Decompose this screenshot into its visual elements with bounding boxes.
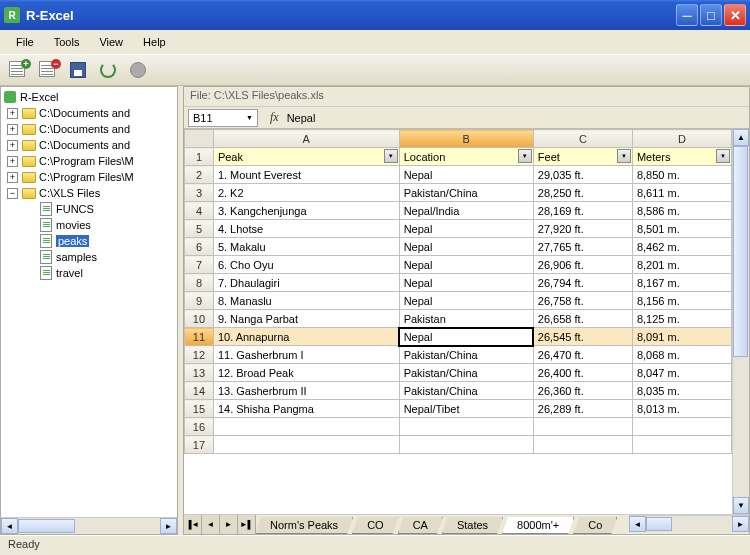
- cell[interactable]: 7. Dhaulagiri: [213, 274, 399, 292]
- cell[interactable]: 12. Broad Peak: [213, 364, 399, 382]
- cell[interactable]: 28,250 ft.: [533, 184, 632, 202]
- cell[interactable]: 8,013 m.: [632, 400, 731, 418]
- cell[interactable]: Pakistan/China: [399, 382, 533, 400]
- tree-folder[interactable]: +C:\Documents and: [3, 121, 175, 137]
- cell[interactable]: 8,462 m.: [632, 238, 731, 256]
- tree-file[interactable]: movies: [3, 217, 175, 233]
- tab-nav-next[interactable]: ►: [220, 515, 238, 534]
- cell[interactable]: 8,125 m.: [632, 310, 731, 328]
- minimize-button[interactable]: ─: [676, 4, 698, 26]
- record-button[interactable]: [126, 58, 150, 82]
- cell[interactable]: 26,758 ft.: [533, 292, 632, 310]
- cell[interactable]: 26,470 ft.: [533, 346, 632, 364]
- filter-dropdown-icon[interactable]: ▼: [716, 149, 730, 163]
- filter-dropdown-icon[interactable]: ▼: [384, 149, 398, 163]
- menu-file[interactable]: File: [8, 33, 42, 51]
- cell[interactable]: 11. Gasherbrum I: [213, 346, 399, 364]
- menu-tools[interactable]: Tools: [46, 33, 88, 51]
- cell[interactable]: 8,047 m.: [632, 364, 731, 382]
- cell[interactable]: 26,400 ft.: [533, 364, 632, 382]
- maximize-button[interactable]: □: [700, 4, 722, 26]
- cell[interactable]: Peak▼: [213, 148, 399, 166]
- remove-sheet-button[interactable]: −: [36, 58, 60, 82]
- cell[interactable]: [213, 418, 399, 436]
- file-tree[interactable]: R-Excel +C:\Documents and +C:\Documents …: [1, 87, 177, 517]
- tab-nav-prev[interactable]: ◄: [202, 515, 220, 534]
- cell[interactable]: 8,068 m.: [632, 346, 731, 364]
- cell[interactable]: 3. Kangchenjunga: [213, 202, 399, 220]
- cell[interactable]: 26,360 ft.: [533, 382, 632, 400]
- row-header[interactable]: 12: [185, 346, 214, 364]
- cell[interactable]: 27,920 ft.: [533, 220, 632, 238]
- cell[interactable]: Pakistan/China: [399, 364, 533, 382]
- expand-icon[interactable]: +: [7, 140, 18, 151]
- refresh-button[interactable]: [96, 58, 120, 82]
- sheet-tab[interactable]: States: [442, 517, 503, 534]
- column-header-c[interactable]: C: [533, 130, 632, 148]
- column-header-d[interactable]: D: [632, 130, 731, 148]
- cell[interactable]: 8,611 m.: [632, 184, 731, 202]
- cell[interactable]: 8,167 m.: [632, 274, 731, 292]
- scroll-left-icon[interactable]: ◄: [629, 516, 646, 532]
- cell[interactable]: Nepal: [399, 220, 533, 238]
- tabs-hscrollbar[interactable]: ◄ ►: [629, 515, 749, 532]
- cell[interactable]: 26,545 ft.: [533, 328, 632, 346]
- sheet-tab[interactable]: Norm's Peaks: [256, 517, 353, 534]
- scroll-down-icon[interactable]: ▼: [733, 497, 749, 514]
- cell[interactable]: [399, 418, 533, 436]
- cell[interactable]: 10. Annapurna: [213, 328, 399, 346]
- scroll-right-icon[interactable]: ►: [732, 516, 749, 532]
- cell[interactable]: [213, 436, 399, 454]
- tab-nav-first[interactable]: ▐◄: [184, 515, 202, 534]
- cell[interactable]: Pakistan/China: [399, 346, 533, 364]
- tree-file[interactable]: FUNCS: [3, 201, 175, 217]
- cell[interactable]: Nepal/India: [399, 202, 533, 220]
- grid-vscrollbar[interactable]: ▲ ▼: [732, 129, 749, 514]
- select-all-corner[interactable]: [185, 130, 214, 148]
- cell[interactable]: 8,156 m.: [632, 292, 731, 310]
- scroll-left-icon[interactable]: ◄: [1, 518, 18, 534]
- row-header[interactable]: 7: [185, 256, 214, 274]
- menu-view[interactable]: View: [91, 33, 131, 51]
- tree-file[interactable]: samples: [3, 249, 175, 265]
- cell[interactable]: Nepal/Tibet: [399, 400, 533, 418]
- row-header[interactable]: 17: [185, 436, 214, 454]
- row-header[interactable]: 1: [185, 148, 214, 166]
- tree-hscrollbar[interactable]: ◄ ►: [1, 517, 177, 534]
- cell[interactable]: Pakistan/China: [399, 184, 533, 202]
- cell[interactable]: Nepal: [399, 328, 533, 346]
- sheet-tab[interactable]: CA: [398, 517, 443, 534]
- cell[interactable]: 26,289 ft.: [533, 400, 632, 418]
- cell[interactable]: 4. Lhotse: [213, 220, 399, 238]
- cell[interactable]: 29,035 ft.: [533, 166, 632, 184]
- collapse-icon[interactable]: −: [7, 188, 18, 199]
- cell[interactable]: Location▼: [399, 148, 533, 166]
- cell[interactable]: 14. Shisha Pangma: [213, 400, 399, 418]
- cell[interactable]: Pakistan: [399, 310, 533, 328]
- cell[interactable]: 28,169 ft.: [533, 202, 632, 220]
- cell[interactable]: 8,850 m.: [632, 166, 731, 184]
- menu-help[interactable]: Help: [135, 33, 174, 51]
- row-header[interactable]: 15: [185, 400, 214, 418]
- cell[interactable]: 27,765 ft.: [533, 238, 632, 256]
- expand-icon[interactable]: +: [7, 172, 18, 183]
- expand-icon[interactable]: +: [7, 156, 18, 167]
- row-header[interactable]: 9: [185, 292, 214, 310]
- row-header[interactable]: 14: [185, 382, 214, 400]
- cell[interactable]: [533, 436, 632, 454]
- sheet-tab[interactable]: Co: [573, 517, 617, 534]
- cell[interactable]: 8,501 m.: [632, 220, 731, 238]
- row-header[interactable]: 5: [185, 220, 214, 238]
- cell[interactable]: 2. K2: [213, 184, 399, 202]
- cell-grid[interactable]: A B C D 1Peak▼Location▼Feet▼Meters▼21. M…: [184, 129, 732, 514]
- formula-input[interactable]: [283, 109, 745, 127]
- cell[interactable]: 9. Nanga Parbat: [213, 310, 399, 328]
- name-box[interactable]: B11▼: [188, 109, 258, 127]
- add-sheet-button[interactable]: +: [6, 58, 30, 82]
- fx-icon[interactable]: fx: [270, 110, 279, 125]
- tree-folder[interactable]: +C:\Documents and: [3, 105, 175, 121]
- cell[interactable]: 1. Mount Everest: [213, 166, 399, 184]
- close-button[interactable]: ✕: [724, 4, 746, 26]
- cell[interactable]: 8,201 m.: [632, 256, 731, 274]
- row-header[interactable]: 6: [185, 238, 214, 256]
